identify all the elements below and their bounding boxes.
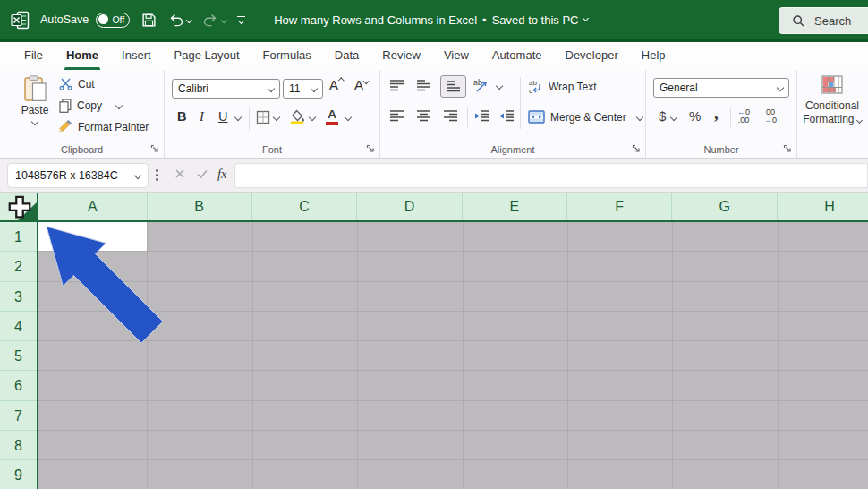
tab-view[interactable]: View [432, 42, 481, 70]
tab-review[interactable]: Review [370, 42, 432, 70]
orientation-button[interactable]: ab [473, 77, 489, 93]
copy-button[interactable]: Copy [59, 99, 122, 113]
document-title[interactable]: How many Rows and Columns in Excel • Sav… [274, 13, 588, 27]
autosave-toggle[interactable]: Off [96, 13, 130, 28]
underline-dropdown-icon[interactable] [234, 114, 242, 121]
align-middle-button[interactable] [416, 79, 431, 92]
tab-insert[interactable]: Insert [110, 42, 163, 70]
wrap-text-button[interactable]: ab c Wrap Text [528, 79, 597, 94]
name-box-dropdown-icon[interactable] [134, 172, 141, 179]
font-name-combo[interactable]: Calibri [172, 79, 280, 99]
font-size-combo[interactable]: 11 [283, 79, 323, 99]
percent-style-button[interactable]: % [689, 108, 701, 124]
borders-dropdown-icon[interactable] [273, 114, 280, 121]
column-header-h[interactable]: H [778, 193, 868, 220]
column-header-a[interactable]: A [38, 193, 148, 220]
paste-button[interactable]: Paste [14, 75, 55, 124]
row-header-selection-border [37, 193, 38, 489]
underline-button[interactable]: U [218, 109, 227, 124]
shrink-font-button[interactable]: A [354, 77, 369, 92]
insert-function-button[interactable]: fx [217, 166, 226, 182]
undo-dropdown-icon[interactable] [186, 17, 191, 22]
tab-data[interactable]: Data [323, 42, 370, 70]
conditional-formatting-button[interactable]: Conditional Formatting [803, 75, 862, 126]
name-box[interactable]: 1048576R x 16384C [7, 163, 149, 188]
comma-style-button[interactable]: , [714, 104, 719, 124]
redo-dropdown-icon[interactable] [221, 17, 226, 22]
row-header-4[interactable]: 4 [0, 312, 37, 341]
grow-font-button[interactable]: A [329, 77, 344, 92]
borders-button[interactable] [256, 110, 270, 124]
row-header-6[interactable]: 6 [0, 371, 37, 400]
row-header-2[interactable]: 2 [0, 252, 37, 281]
tab-home[interactable]: Home [55, 42, 110, 70]
bold-button[interactable]: B [177, 109, 186, 124]
row-header-8[interactable]: 8 [0, 431, 37, 460]
column-header-e[interactable]: E [463, 193, 567, 220]
number-dialog-launcher-icon[interactable] [783, 144, 792, 153]
align-top-button[interactable] [389, 79, 404, 92]
search-box[interactable]: Search [779, 7, 868, 34]
italic-button[interactable]: I [200, 109, 204, 124]
column-header-g[interactable]: G [672, 193, 777, 220]
title-dropdown-icon[interactable] [583, 15, 589, 21]
cancel-button[interactable] [174, 167, 186, 184]
font-color-button[interactable]: A [326, 107, 338, 125]
undo-button[interactable] [168, 13, 191, 27]
autosave-label: AutoSave [40, 13, 89, 26]
decrease-decimal-button[interactable]: 00 →0 [764, 108, 777, 124]
cut-button[interactable]: Cut [59, 77, 95, 90]
row-header-7[interactable]: 7 [0, 401, 37, 431]
row-header-3[interactable]: 3 [0, 282, 37, 312]
fill-color-button[interactable] [290, 109, 305, 124]
align-bottom-button[interactable] [440, 75, 466, 98]
font-dialog-launcher-icon[interactable] [366, 144, 375, 153]
qat-bar-icon [237, 16, 245, 17]
clipboard-dialog-launcher-icon[interactable] [150, 144, 159, 153]
row-header-9[interactable]: 9 [0, 460, 37, 489]
formula-bar-input[interactable] [234, 163, 868, 188]
formula-bar-handle-icon[interactable] [156, 169, 158, 181]
shrink-font-letter: A [354, 77, 363, 92]
merge-center-button[interactable]: Merge & Center [528, 110, 642, 124]
increase-indent-button[interactable] [498, 109, 515, 123]
alignment-dialog-launcher-icon[interactable] [632, 144, 641, 153]
tab-file[interactable]: File [13, 42, 55, 70]
accounting-format-button[interactable]: $ [659, 108, 666, 124]
tab-help[interactable]: Help [630, 42, 677, 70]
active-cell-a1[interactable] [38, 222, 147, 251]
alignment-group-label: Alignment [380, 144, 645, 155]
font-color-dropdown-icon[interactable] [345, 114, 352, 121]
fill-color-dropdown-icon[interactable] [309, 114, 316, 121]
copy-dropdown-icon[interactable] [115, 102, 123, 109]
column-header-d[interactable]: D [357, 193, 462, 220]
save-button[interactable] [141, 13, 157, 28]
orientation-dropdown-icon[interactable] [496, 82, 503, 90]
row-header-1[interactable]: 1 [0, 222, 37, 252]
accounting-dropdown-icon[interactable] [670, 114, 677, 121]
autosave-control[interactable]: AutoSave Off [40, 13, 130, 28]
align-right-button[interactable] [443, 109, 458, 123]
number-format-combo[interactable]: General [653, 78, 789, 98]
decrease-indent-button[interactable] [474, 109, 490, 123]
column-header-b[interactable]: B [148, 193, 252, 220]
tab-developer[interactable]: Developer [554, 42, 630, 70]
redo-button[interactable] [203, 13, 226, 27]
merge-center-dropdown-icon[interactable] [635, 113, 642, 120]
quick-access-toolbar-button[interactable] [237, 16, 245, 24]
sheet-cells[interactable] [38, 222, 868, 489]
format-painter-button[interactable]: Format Painter [59, 120, 149, 133]
enter-button[interactable] [196, 167, 208, 184]
tab-automate[interactable]: Automate [481, 42, 554, 70]
row-header-5[interactable]: 5 [0, 341, 37, 371]
align-center-button[interactable] [416, 109, 431, 123]
tab-page-layout[interactable]: Page Layout [163, 42, 251, 70]
increase-decimal-button[interactable]: ←0 .00 [737, 108, 750, 124]
select-all-button[interactable] [0, 193, 37, 220]
row-headers: 1 2 3 4 5 6 7 8 9 [0, 222, 37, 489]
column-header-c[interactable]: C [252, 193, 357, 220]
align-left-button[interactable] [389, 109, 404, 123]
tab-formulas[interactable]: Formulas [251, 42, 323, 70]
column-header-f[interactable]: F [567, 193, 672, 220]
paste-dropdown-icon[interactable] [31, 118, 38, 125]
